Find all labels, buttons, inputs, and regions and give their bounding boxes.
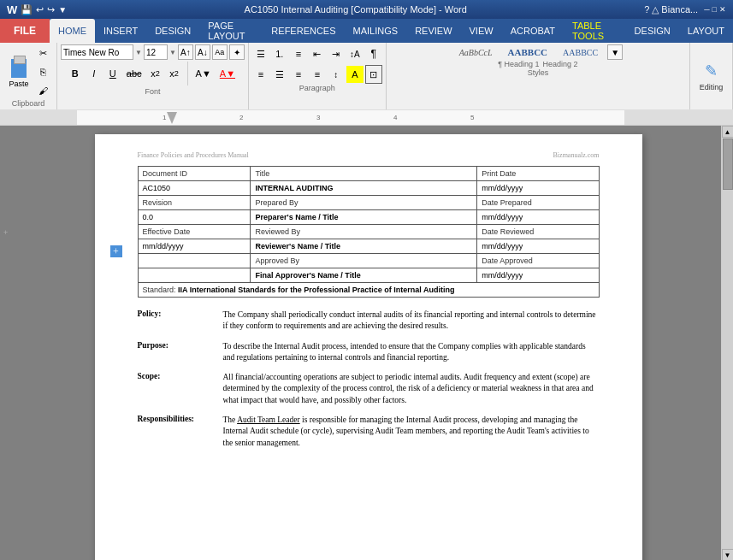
underline-btn[interactable]: U	[104, 64, 121, 83]
tab-acrobat[interactable]: ACROBAT	[502, 19, 564, 43]
ruler-mark-4: 4	[393, 114, 397, 121]
cell-print-date-value: mm/dd/yyyy	[477, 181, 599, 196]
tab-design[interactable]: DESIGN	[146, 19, 199, 43]
sort-btn[interactable]: ↕A	[346, 44, 364, 63]
scroll-down-btn[interactable]: ▼	[722, 549, 734, 560]
borders-btn[interactable]: ⊡	[365, 65, 382, 84]
ruler-inner: 1 2 3 4 5	[0, 110, 733, 125]
line-spacing-btn[interactable]: ↕	[328, 65, 345, 84]
ruler-mark-5: 5	[470, 114, 474, 121]
cell-approvedby-label: Approved By	[251, 254, 477, 268]
window-controls[interactable]: ? △ Bianca... ─ □ ✕	[644, 4, 726, 15]
policy-content: The Company shall periodically conduct i…	[223, 309, 600, 333]
cell-ac1050: AC1050	[138, 181, 251, 196]
maximize-btn[interactable]: □	[712, 5, 717, 14]
font-size-input[interactable]	[144, 44, 168, 60]
tab-home[interactable]: HOME	[50, 19, 95, 43]
tab-review[interactable]: REVIEW	[406, 19, 460, 43]
help-icon[interactable]: ?	[644, 4, 649, 15]
font-name-input[interactable]	[61, 44, 133, 60]
para-row1: ☰ 1. ≡ ⇤ ⇥ ↕A ¶	[252, 44, 382, 63]
customize-icon[interactable]: ▼	[58, 5, 67, 15]
paste-button[interactable]: Paste	[5, 54, 33, 90]
style-emphasis[interactable]: AaBbCcL	[453, 46, 499, 59]
cell-approvedby-value: Final Approver's Name / Title	[251, 268, 477, 283]
font-size-dropdown-arrow[interactable]: ▼	[169, 49, 176, 56]
copy-button[interactable]: ⎘	[34, 63, 51, 80]
ribbon-collapse-icon[interactable]: △	[652, 4, 659, 15]
bold-btn[interactable]: B	[67, 64, 84, 83]
font-color-btn[interactable]: A▼	[216, 64, 239, 83]
table-row: AC1050 INTERNAL AUDITING mm/dd/yyyy	[138, 181, 599, 196]
scroll-thumb[interactable]	[723, 139, 733, 190]
tab-table-design[interactable]: DESIGN	[626, 19, 679, 43]
align-right-btn[interactable]: ≡	[290, 65, 307, 84]
indent-decrease-btn[interactable]: ⇤	[309, 44, 326, 63]
scroll-track[interactable]	[722, 138, 734, 549]
table-row: mm/dd/yyyy Reviewer's Name / Title mm/dd…	[138, 239, 599, 254]
table-row: Document ID Title Print Date	[138, 167, 599, 181]
cell-datereviewed-label: Date Reviewed	[477, 225, 599, 239]
scope-content: All financial/accounting operations are …	[223, 372, 600, 406]
tab-references[interactable]: REFERENCES	[263, 19, 344, 43]
redo-icon[interactable]: ↪	[47, 4, 55, 15]
tab-view[interactable]: VIEW	[461, 19, 502, 43]
italic-btn[interactable]: I	[86, 64, 103, 83]
tab-mailings[interactable]: MAILINGS	[345, 19, 407, 43]
indent-increase-btn[interactable]: ⇥	[328, 44, 345, 63]
font-name-dropdown-arrow[interactable]: ▼	[135, 49, 142, 56]
editing-icon: ✎	[705, 62, 718, 80]
cell-preparedby-label: Prepared By	[251, 196, 477, 210]
justify-btn[interactable]: ≡	[309, 65, 326, 84]
tab-insert[interactable]: INSERT	[95, 19, 146, 43]
table-row: Final Approver's Name / Title mm/dd/yyyy	[138, 268, 599, 283]
align-left-btn[interactable]: ≡	[252, 65, 269, 84]
standard-label: Standard:	[143, 286, 176, 294]
cut-button[interactable]: ✂	[34, 44, 51, 62]
show-marks-btn[interactable]: ¶	[365, 44, 382, 63]
editing-buttons: ✎ Editing	[700, 62, 724, 91]
numbering-btn[interactable]: 1.	[271, 44, 288, 63]
styles-more-btn[interactable]: ▼	[607, 44, 623, 60]
align-center-btn[interactable]: ☰	[271, 65, 288, 84]
multilevel-btn[interactable]: ≡	[290, 44, 307, 63]
decrease-font-btn[interactable]: A↓	[195, 44, 210, 60]
tab-page-layout[interactable]: PAGE LAYOUT	[199, 19, 263, 43]
table-insert-icon[interactable]: +	[110, 245, 122, 257]
clear-format-btn[interactable]: ✦	[229, 44, 245, 60]
close-btn[interactable]: ✕	[719, 5, 726, 14]
tab-layout[interactable]: LAYOUT	[679, 19, 733, 43]
cell-doc-id-label: Document ID	[138, 167, 251, 181]
group-font: ▼ ▼ A↑ A↓ Aa ✦ B I U abc x2 x2 A▼ A▼ Fon…	[57, 43, 249, 109]
undo-icon[interactable]: ↩	[36, 4, 44, 15]
format-painter-button[interactable]: 🖌	[34, 82, 51, 99]
user-info[interactable]: Bianca...	[661, 4, 698, 15]
cell-reviewedby-value: Reviewer's Name / Title	[251, 239, 477, 254]
document-body: Policy: The Company shall periodically c…	[138, 309, 600, 449]
ribbon-tabs: FILE HOME INSERT DESIGN PAGE LAYOUT REFE…	[0, 19, 733, 43]
increase-font-btn[interactable]: A↑	[178, 44, 193, 60]
text-highlight-btn[interactable]: A▼	[192, 64, 215, 83]
minimize-btn[interactable]: ─	[704, 5, 709, 14]
clipboard-sub-buttons: ✂ ⎘ 🖌	[34, 44, 51, 99]
quick-access-save[interactable]: 💾	[21, 4, 33, 15]
scroll-up-btn[interactable]: ▲	[722, 126, 734, 138]
bullets-btn[interactable]: ☰	[252, 44, 269, 63]
header-right: Bizmanualz.com	[553, 151, 600, 159]
superscript-btn[interactable]: x2	[166, 64, 183, 83]
style-heading1[interactable]: AABBCC	[502, 45, 553, 59]
page-header: Finance Policies and Procedures Manual B…	[138, 151, 600, 159]
ruler: 1 2 3 4 5	[0, 110, 733, 126]
style-heading2[interactable]: AABBCC	[557, 46, 604, 59]
audit-team-leader-text: Audit Team Leader	[237, 416, 300, 424]
cell-revision-value: 0.0	[138, 210, 251, 225]
group-styles: AaBbCcL AABBCC AABBCC ▼ ¶ Heading 1 Head…	[387, 43, 690, 109]
cell-title-value: INTERNAL AUDITING	[251, 181, 477, 196]
strikethrough-btn[interactable]: abc	[123, 64, 145, 83]
shading-btn[interactable]: A	[346, 66, 364, 83]
file-tab[interactable]: FILE	[0, 19, 50, 43]
change-case-btn[interactable]: Aa	[212, 44, 228, 60]
subscript-btn[interactable]: x2	[147, 64, 164, 83]
table-tools-label: TABLE TOOLS	[564, 19, 626, 43]
document-container[interactable]: Finance Policies and Procedures Manual B…	[15, 126, 721, 560]
